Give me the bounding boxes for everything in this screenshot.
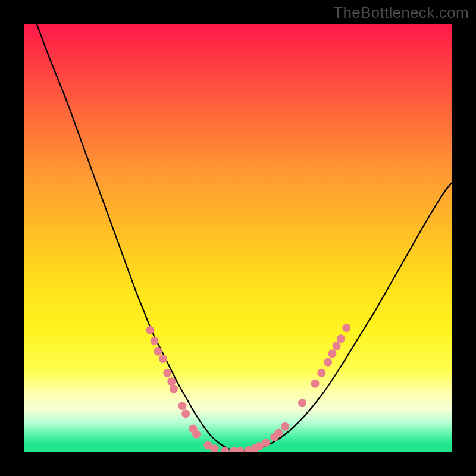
watermark-text: TheBottleneck.com bbox=[333, 4, 469, 22]
scatter-dot bbox=[324, 358, 332, 367]
scatter-dot bbox=[311, 380, 320, 388]
scatter-dot bbox=[146, 326, 154, 334]
scatter-dot bbox=[192, 430, 201, 439]
scatter-dot bbox=[317, 369, 325, 377]
scatter-dots bbox=[146, 324, 350, 452]
scatter-dot bbox=[298, 399, 306, 407]
scatter-dot bbox=[178, 402, 186, 410]
scatter-dot bbox=[167, 377, 176, 386]
plot-area bbox=[24, 24, 452, 452]
scatter-dot bbox=[221, 447, 229, 452]
scatter-dot bbox=[337, 334, 345, 343]
scatter-dot bbox=[170, 384, 178, 393]
scatter-dot bbox=[328, 349, 336, 358]
scatter-dot bbox=[154, 347, 162, 356]
scatter-dot bbox=[333, 342, 341, 350]
scatter-dot bbox=[281, 422, 289, 431]
bottleneck-curve bbox=[37, 24, 452, 452]
chart-svg bbox=[24, 24, 452, 452]
scatter-dot bbox=[159, 355, 167, 363]
scatter-dot bbox=[181, 409, 190, 418]
scatter-dot bbox=[151, 337, 159, 345]
scatter-dot bbox=[262, 439, 270, 447]
scatter-dot bbox=[236, 447, 245, 452]
scatter-dot bbox=[163, 369, 171, 377]
scatter-dot bbox=[342, 324, 350, 332]
scatter-dot bbox=[274, 429, 283, 437]
chart-frame: TheBottleneck.com bbox=[0, 0, 476, 476]
